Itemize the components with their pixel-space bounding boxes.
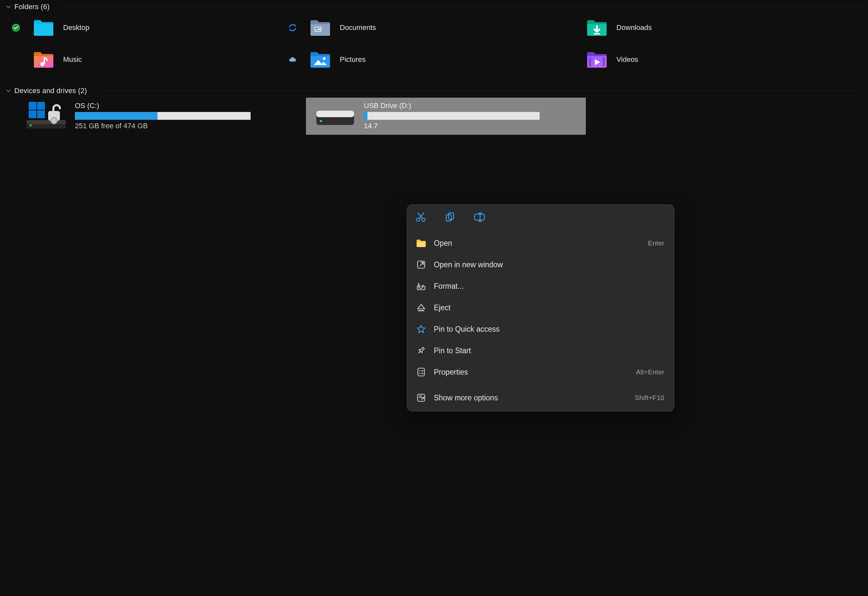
menu-separator: [407, 385, 674, 385]
folder-item-documents[interactable]: Documents: [283, 18, 560, 37]
menu-shortcut: Shift+F10: [635, 394, 664, 402]
drive-usb[interactable]: USB Drive (D:) 14.7: [306, 97, 586, 135]
svg-point-20: [51, 118, 57, 124]
svg-rect-38: [421, 373, 424, 374]
svg-rect-3: [318, 28, 320, 28]
svg-point-0: [12, 24, 19, 31]
drives-header[interactable]: Devices and drives (2): [0, 84, 868, 97]
folder-item-videos[interactable]: Videos: [560, 50, 836, 69]
svg-point-18: [30, 124, 32, 126]
folder-item-downloads[interactable]: Downloads: [560, 18, 836, 37]
folder-music-icon: [33, 51, 54, 68]
menu-shortcut: Alt+Enter: [636, 368, 664, 376]
svg-rect-17: [27, 120, 66, 124]
folder-downloads-icon: [586, 19, 607, 37]
context-menu: Open Enter Open in new window: [407, 204, 675, 412]
svg-rect-33: [418, 310, 424, 311]
svg-rect-40: [419, 395, 422, 396]
open-window-icon: [416, 259, 427, 270]
drive-capacity-bar: [364, 112, 540, 120]
drive-capacity-bar: [75, 112, 251, 120]
pin-icon: [416, 345, 427, 356]
status-refresh-icon: [283, 22, 302, 33]
folders-grid: Desktop: [0, 14, 868, 79]
svg-point-35: [419, 370, 420, 371]
menu-label: Open: [434, 239, 641, 248]
more-options-icon: [416, 392, 427, 403]
header-rule: [97, 91, 862, 91]
status-synced-icon: [6, 22, 25, 33]
svg-rect-22: [316, 111, 354, 117]
chevron-down-icon: [6, 88, 11, 93]
drive-name: OS (C:): [75, 101, 292, 110]
svg-rect-2: [315, 28, 317, 29]
eject-icon: [416, 302, 427, 313]
menu-label: Pin to Quick access: [434, 325, 657, 333]
menu-label: Properties: [434, 368, 629, 377]
svg-rect-15: [37, 110, 45, 118]
menu-label: Pin to Start: [434, 346, 657, 355]
properties-icon: [416, 366, 427, 378]
folder-label: Downloads: [616, 24, 652, 32]
copy-icon[interactable]: [444, 211, 456, 223]
folders-section-title: Folders (6): [14, 3, 50, 11]
folder-item-pictures[interactable]: Pictures: [283, 50, 560, 69]
context-menu-items: Open Enter Open in new window: [407, 230, 674, 411]
svg-point-6: [40, 62, 44, 66]
drive-subtext: 14.7: [364, 122, 579, 130]
cut-icon[interactable]: [415, 211, 427, 223]
svg-rect-36: [421, 370, 424, 371]
svg-rect-5: [593, 33, 600, 34]
menu-label: Format...: [434, 282, 657, 291]
status-none: [560, 55, 579, 65]
svg-point-23: [320, 120, 322, 122]
menu-format[interactable]: Format...: [407, 275, 674, 297]
menu-label: Show more options: [434, 394, 628, 402]
status-none: [6, 55, 25, 65]
menu-label: Eject: [434, 303, 657, 312]
drive-os[interactable]: OS (C:) 251 GB free of 474 GB: [17, 97, 298, 135]
drive-subtext: 251 GB free of 474 GB: [75, 122, 292, 130]
menu-show-more-options[interactable]: Show more options Shift+F10: [407, 387, 674, 409]
drive-os-icon: [24, 101, 69, 130]
folder-item-music[interactable]: Music: [6, 50, 283, 69]
folder-label: Documents: [340, 24, 376, 32]
svg-rect-9: [589, 57, 591, 66]
svg-rect-12: [29, 102, 37, 110]
svg-rect-14: [29, 110, 37, 118]
context-toolbar: [407, 205, 674, 230]
pin-star-icon: [416, 323, 427, 335]
format-icon: [416, 280, 427, 292]
menu-open[interactable]: Open Enter: [407, 232, 674, 254]
svg-rect-41: [419, 397, 422, 398]
folder-videos-icon: [586, 51, 607, 68]
drive-name: USB Drive (D:): [364, 101, 579, 110]
menu-open-new-window[interactable]: Open in new window: [407, 254, 674, 275]
folder-item-desktop[interactable]: Desktop: [6, 18, 283, 37]
rename-icon[interactable]: [474, 211, 485, 223]
menu-pin-to-start[interactable]: Pin to Start: [407, 340, 674, 361]
drives-row: OS (C:) 251 GB free of 474 GB USB Drive …: [0, 97, 868, 135]
drives-section-title: Devices and drives (2): [14, 87, 87, 95]
svg-point-37: [419, 373, 420, 374]
svg-point-8: [323, 57, 325, 60]
folder-label: Pictures: [340, 55, 366, 64]
menu-pin-quick-access[interactable]: Pin to Quick access: [407, 318, 674, 340]
open-folder-icon: [416, 238, 427, 249]
folder-pictures-icon: [310, 51, 331, 68]
folder-desktop-icon: [33, 19, 54, 37]
svg-rect-13: [37, 102, 45, 110]
menu-shortcut: Enter: [648, 239, 664, 247]
menu-properties[interactable]: Properties Alt+Enter: [407, 361, 674, 383]
folders-header[interactable]: Folders (6): [0, 0, 868, 14]
svg-rect-28: [474, 214, 484, 220]
folder-label: Videos: [616, 55, 638, 64]
svg-rect-34: [418, 368, 424, 376]
folder-documents-icon: [310, 19, 331, 37]
folders-section: Folders (6) Desktop: [0, 0, 868, 79]
menu-eject[interactable]: Eject: [407, 297, 674, 318]
chevron-down-icon: [6, 4, 11, 9]
folder-label: Music: [63, 55, 82, 64]
svg-rect-10: [603, 57, 605, 66]
svg-rect-4: [315, 30, 320, 31]
